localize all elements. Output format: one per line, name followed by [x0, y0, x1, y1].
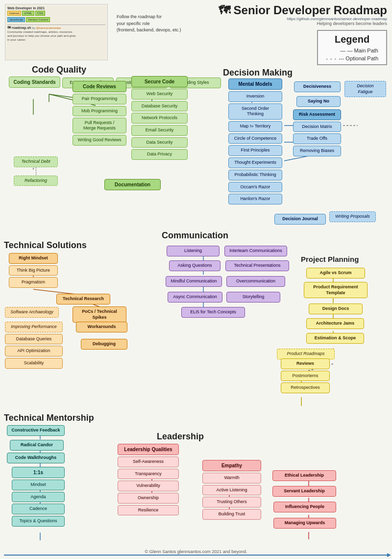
roadmap-preview: Web Developer in 2021 Internet HTML CSS …	[5, 4, 110, 60]
ethical-leadership-node[interactable]: Ethical Leadership	[272, 470, 336, 481]
empathy-node[interactable]: Empathy Warmth Active Listening Trusting…	[202, 460, 261, 520]
technical-solutions-title: Technical Solutions	[4, 240, 87, 251]
saying-no-node[interactable]: Saying No	[296, 96, 341, 107]
reviews-node[interactable]: Reviews Postmortems Retrospectives	[281, 358, 330, 393]
servant-leadership-node[interactable]: Servant Leadership	[272, 485, 336, 497]
constructive-feedback-node[interactable]: Constructive Feedback	[7, 425, 65, 436]
roadmap-description: Community created roadmaps, articles, re…	[7, 30, 105, 42]
code-quality-title: Code Quality	[32, 65, 86, 75]
technical-debt-node[interactable]: Technical Debt Refactoring	[14, 156, 58, 186]
legend-optional-path: - - - --- Optional Path	[326, 55, 378, 61]
documentation-node[interactable]: Documentation	[104, 179, 161, 190]
mindful-communication-node[interactable]: Mindful Communication	[166, 276, 222, 287]
workarounds-node[interactable]: Workarounds	[76, 321, 127, 332]
overcommunication-node[interactable]: Overcommunication	[226, 276, 285, 287]
architecture-jams-node[interactable]: Architecture Jams	[306, 318, 364, 329]
pocs-node[interactable]: PoCs / Technical Spikes	[73, 306, 126, 323]
radical-candor-node[interactable]: Radical Candor	[10, 439, 64, 451]
technical-mentorship-title: Technical Mentorship	[4, 413, 94, 423]
technical-presentations-node[interactable]: Technical Presentations	[225, 260, 289, 271]
writing-proposals-node[interactable]: Writing Proposals	[329, 211, 376, 222]
interteam-node[interactable]: Interteam Communications	[224, 245, 287, 256]
legend-title: Legend	[326, 34, 378, 45]
communication-title: Communication	[162, 230, 228, 241]
agile-scrum-node[interactable]: Agile vs Scrum	[306, 267, 365, 279]
tagline-text: Helping developers become leaders	[219, 21, 387, 26]
async-communication-node[interactable]: Async Communication	[168, 291, 222, 303]
legend-box: Legend — — Main Path - - - --- Optional …	[317, 30, 387, 65]
decision-making-title: Decision Making	[223, 68, 293, 78]
follow-text: Follow the roadmap for your specific rol…	[114, 4, 219, 34]
header-right: 🗺 Senior Developer Roadmap https://githu…	[219, 4, 387, 65]
storytelling-node[interactable]: Storytelling	[226, 291, 280, 303]
footer: © Glenn Santos glennsantos.com 2021 and …	[0, 549, 392, 554]
code-walkthroughs-node[interactable]: Code Walkthroughs	[7, 452, 65, 463]
product-requirement-node[interactable]: Product RequirementTemplate	[304, 282, 368, 298]
map-emoji: 🗺	[219, 3, 230, 17]
eli5-node[interactable]: ELI5 for Tech Concepts	[181, 306, 245, 318]
header: Web Developer in 2021 Internet HTML CSS …	[0, 0, 392, 65]
decisiveness-node[interactable]: Decisiveness	[294, 81, 341, 92]
debugging-node[interactable]: Debugging	[81, 338, 127, 350]
decision-fatigue-node[interactable]: Decision Fatigue	[344, 81, 386, 97]
influencing-people-node[interactable]: Influencing People	[273, 501, 336, 512]
risk-assessment-node[interactable]: Risk Assessment Decision Matrix Trade Of…	[293, 109, 341, 156]
mini-title: Web Developer in 2021	[7, 6, 105, 10]
software-archaeology-node[interactable]: Software Archaeology	[5, 306, 59, 318]
decision-journal-node[interactable]: Decision Journal	[274, 213, 326, 225]
one-on-ones-node[interactable]: 1:1s Mindset Agenda Cadence Topics & Que…	[12, 467, 65, 527]
leadership-title: Leadership	[157, 432, 204, 442]
secure-code-node[interactable]: Secure Code Web Security Database Securi…	[131, 76, 188, 160]
legend-main-path: — — Main Path	[326, 48, 378, 53]
main-title: 🗺 Senior Developer Roadmap	[219, 4, 387, 17]
project-planning-title: Project Planning	[301, 255, 359, 263]
code-reviews-node[interactable]: Code Reviews Pair Programming Mob Progra…	[73, 81, 126, 146]
estimation-scope-node[interactable]: Estimation & Scope	[306, 332, 364, 344]
design-docs-node[interactable]: Design Docs	[309, 303, 363, 314]
listening-node[interactable]: Listening	[167, 245, 220, 256]
technical-research-node[interactable]: Technical Research	[56, 293, 110, 305]
managing-upwards-node[interactable]: Managing Upwards	[273, 517, 336, 529]
asking-questions-node[interactable]: Asking Questions	[169, 260, 220, 271]
right-mindset-node[interactable]: Right Mindset Think Big Picture Pragmati…	[9, 253, 58, 288]
mental-models-node[interactable]: Mental Models Inversion Second Order Thi…	[228, 78, 282, 204]
leadership-qualities-node[interactable]: Leadership Qualities Self-Awareness Tran…	[118, 444, 179, 515]
url-text: https://github.com/glennsantos/senior-de…	[219, 17, 387, 21]
improving-performance-node[interactable]: Improving Performance Database Queries A…	[5, 321, 63, 369]
